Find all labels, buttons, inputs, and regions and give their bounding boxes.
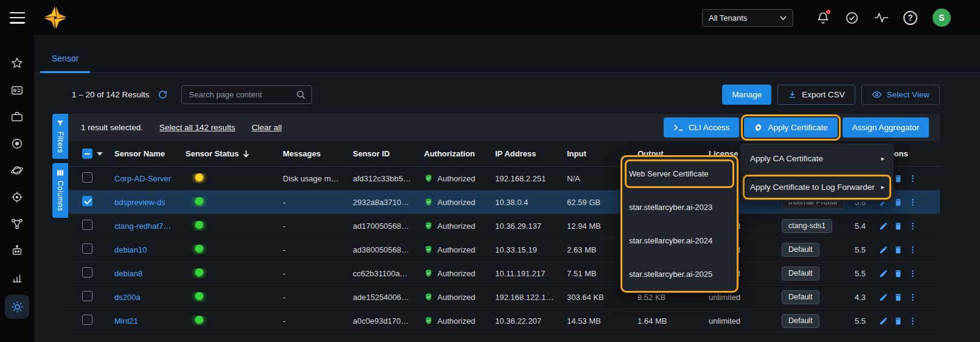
authorization-cell: Authorized (424, 268, 495, 278)
sensor-name-link[interactable]: Mint21 (114, 316, 138, 326)
version-cell: 5.5 (855, 245, 874, 254)
stellar-cyber-logo[interactable] (43, 5, 68, 30)
select-all-checkbox[interactable] (82, 148, 92, 159)
row-checkbox[interactable] (82, 291, 92, 301)
row-checkbox[interactable] (82, 267, 92, 277)
row-checkbox[interactable] (82, 220, 92, 230)
more-actions-icon[interactable] (908, 316, 917, 326)
delete-icon[interactable] (894, 222, 903, 231)
sensor-name-link[interactable]: bdspreview-ds (114, 198, 165, 207)
sidebar-item-collect[interactable] (5, 134, 29, 153)
submenu-item[interactable]: star.stellarcyber.ai-2025 (621, 257, 738, 291)
more-actions-icon[interactable] (908, 198, 917, 207)
column-header-authorization[interactable]: Authorization (424, 149, 495, 158)
tab-sensor[interactable]: Sensor (40, 54, 90, 72)
authorization-cell: Authorized (424, 197, 495, 207)
cli-access-button[interactable]: CLI Access (664, 117, 740, 138)
manage-button[interactable]: Manage (722, 85, 771, 105)
select-all-link[interactable]: Select all 142 results (159, 123, 235, 132)
terminal-icon (673, 124, 684, 131)
sidebar-item-detect[interactable] (5, 187, 29, 206)
submenu-item[interactable]: star.stellarcyber.ai-2024 (621, 224, 738, 257)
sensor-name-link[interactable]: ds200a (114, 293, 141, 302)
edit-icon[interactable] (879, 316, 888, 326)
edit-icon[interactable] (879, 269, 888, 278)
edit-icon[interactable] (879, 222, 888, 231)
activity-pulse-icon[interactable] (873, 10, 889, 26)
sidebar-item-explore[interactable] (5, 161, 29, 180)
sidebar-item-reports[interactable] (5, 268, 29, 287)
notifications-bell-icon[interactable] (815, 10, 831, 26)
authorized-shield-icon (424, 221, 433, 231)
table-row[interactable]: Mint21-a0c0e93d170…Authorized10.36.22.20… (68, 309, 940, 333)
menu-item-apply-certificate-to-log-forwarder[interactable]: Apply Certificate to Log Forwarder ▸ (741, 173, 893, 201)
more-actions-icon[interactable] (908, 245, 917, 254)
select-view-button[interactable]: Select View (861, 85, 940, 105)
apply-certificate-button[interactable]: Apply Certificate (744, 117, 837, 138)
delete-icon[interactable] (894, 293, 903, 302)
sidebar-item-cases[interactable] (5, 107, 29, 126)
selection-menu-caret-icon[interactable] (97, 152, 103, 156)
column-header-messages[interactable]: Messages (283, 149, 353, 158)
menu-item-apply-ca-certificate[interactable]: Apply CA Certificate ▸ (741, 144, 893, 173)
delete-icon[interactable] (894, 245, 903, 254)
submenu-item[interactable]: star.stellarcyber.ai-2023 (621, 190, 738, 224)
authorized-shield-icon (424, 173, 433, 183)
row-checkbox[interactable] (82, 315, 92, 325)
gear-icon (10, 300, 24, 314)
column-header-sensor-id[interactable]: Sensor ID (353, 149, 424, 158)
edit-icon[interactable] (879, 245, 888, 254)
authorized-shield-icon (424, 268, 433, 278)
sensor-id-cell: ad380050568… (353, 245, 424, 254)
profile-cell: Default (782, 243, 855, 257)
column-header-sensor-name[interactable]: Sensor Name (114, 149, 186, 158)
refresh-icon[interactable] (158, 89, 168, 100)
delete-icon[interactable] (894, 316, 903, 326)
column-header-ip-address[interactable]: IP Address (495, 149, 567, 158)
messages-cell: - (283, 269, 353, 278)
table-row[interactable]: debian10-ad380050568…Authorized10.33.15.… (68, 238, 940, 262)
search-input[interactable] (181, 85, 312, 104)
sidebar-item-automation[interactable] (5, 241, 29, 260)
delete-icon[interactable] (894, 198, 903, 207)
network-nodes-icon (10, 217, 24, 231)
download-icon (788, 90, 797, 99)
table-row[interactable]: ds200a-ade15254006…Authorized192.168.122… (68, 285, 940, 309)
assign-aggregator-button[interactable]: Assign Aggregator (843, 117, 929, 138)
table-row[interactable]: debian8-cc62b31100a…Authorized10.11.191.… (68, 262, 940, 285)
sensor-name-link[interactable]: ctang-redhat7… (114, 222, 171, 231)
edit-icon[interactable] (879, 293, 888, 302)
more-actions-icon[interactable] (908, 174, 917, 183)
submenu-item[interactable]: Web Server Certificate (621, 157, 738, 190)
sensor-name-link[interactable]: debian8 (114, 269, 142, 278)
help-icon[interactable]: ? (902, 10, 919, 26)
more-actions-icon[interactable] (908, 222, 917, 231)
sidebar-item-settings[interactable] (5, 295, 29, 319)
row-checkbox[interactable] (82, 196, 92, 206)
export-csv-button[interactable]: Export CSV (777, 85, 855, 105)
ip-address-cell: 10.33.15.19 (495, 245, 567, 254)
sidebar-item-respond[interactable] (5, 214, 29, 233)
delete-icon[interactable] (894, 269, 903, 278)
column-header-sensor-status[interactable]: Sensor Status (186, 149, 283, 158)
hamburger-menu-icon[interactable] (10, 12, 25, 24)
sort-desc-icon (243, 150, 249, 158)
health-check-icon[interactable] (844, 10, 860, 26)
sensor-name-link[interactable]: Corp-AD-Server (114, 174, 171, 183)
clear-all-link[interactable]: Clear all (252, 123, 282, 132)
more-actions-icon[interactable] (908, 269, 917, 278)
authorized-shield-icon (424, 197, 433, 207)
row-checkbox[interactable] (82, 172, 92, 183)
tenant-selector[interactable]: All Tenants (702, 9, 793, 27)
table-row[interactable]: ctang-redhat7…-ad170050568…Authorized10.… (68, 214, 940, 238)
authorized-shield-icon (424, 316, 433, 326)
sensor-name-link[interactable]: debian10 (114, 245, 147, 254)
user-avatar[interactable]: S (933, 9, 951, 27)
row-checkbox[interactable] (82, 243, 92, 254)
sidebar-item-licensing[interactable] (5, 80, 29, 99)
columns-tab[interactable]: Columns (52, 163, 68, 217)
more-actions-icon[interactable] (908, 293, 917, 302)
sidebar-item-favorites[interactable] (5, 54, 29, 72)
delete-icon[interactable] (894, 174, 903, 183)
filters-tab[interactable]: Filters (52, 114, 68, 159)
